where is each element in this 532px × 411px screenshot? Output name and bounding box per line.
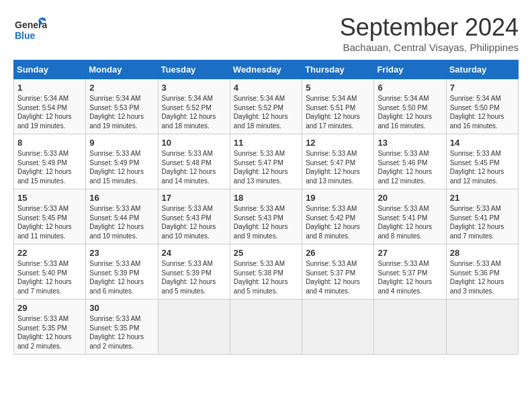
day-info: Sunrise: 5:33 AMSunset: 5:39 PMDaylight:… bbox=[162, 259, 226, 295]
day-info: Sunrise: 5:33 AMSunset: 5:40 PMDaylight:… bbox=[17, 259, 82, 295]
day-info: Sunrise: 5:33 AMSunset: 5:35 PMDaylight:… bbox=[17, 314, 82, 351]
day-number: 10 bbox=[162, 138, 226, 148]
empty-cell bbox=[302, 300, 374, 355]
day-cell: 30Sunrise: 5:33 AMSunset: 5:35 PMDayligh… bbox=[86, 300, 158, 355]
day-number: 25 bbox=[234, 248, 298, 258]
svg-text:General: General bbox=[15, 19, 47, 30]
calendar-header-row: SundayMondayTuesdayWednesdayThursdayFrid… bbox=[14, 60, 519, 79]
svg-text:Blue: Blue bbox=[15, 30, 36, 41]
day-number: 11 bbox=[234, 138, 298, 148]
day-cell: 24Sunrise: 5:33 AMSunset: 5:39 PMDayligh… bbox=[158, 244, 230, 300]
day-number: 12 bbox=[306, 138, 370, 148]
day-cell: 2Sunrise: 5:34 AMSunset: 5:53 PMDaylight… bbox=[86, 79, 158, 134]
day-info: Sunrise: 5:34 AMSunset: 5:52 PMDaylight:… bbox=[234, 94, 298, 130]
column-header-thursday: Thursday bbox=[302, 60, 374, 79]
day-info: Sunrise: 5:33 AMSunset: 5:38 PMDaylight:… bbox=[234, 259, 298, 295]
calendar-week-row: 1Sunrise: 5:34 AMSunset: 5:54 PMDaylight… bbox=[14, 79, 519, 134]
day-info: Sunrise: 5:34 AMSunset: 5:53 PMDaylight:… bbox=[89, 94, 154, 130]
day-cell: 21Sunrise: 5:33 AMSunset: 5:41 PMDayligh… bbox=[446, 189, 518, 244]
calendar-week-row: 22Sunrise: 5:33 AMSunset: 5:40 PMDayligh… bbox=[14, 244, 519, 300]
day-number: 26 bbox=[306, 248, 370, 258]
day-number: 19 bbox=[306, 193, 370, 203]
day-cell: 25Sunrise: 5:33 AMSunset: 5:38 PMDayligh… bbox=[230, 244, 302, 300]
calendar-week-row: 8Sunrise: 5:33 AMSunset: 5:49 PMDaylight… bbox=[14, 134, 519, 189]
day-cell: 3Sunrise: 5:34 AMSunset: 5:52 PMDaylight… bbox=[158, 79, 230, 134]
day-info: Sunrise: 5:33 AMSunset: 5:41 PMDaylight:… bbox=[378, 204, 442, 240]
day-number: 15 bbox=[17, 193, 82, 203]
day-number: 8 bbox=[17, 138, 82, 148]
day-info: Sunrise: 5:34 AMSunset: 5:50 PMDaylight:… bbox=[378, 94, 442, 130]
day-cell: 26Sunrise: 5:33 AMSunset: 5:37 PMDayligh… bbox=[302, 244, 374, 300]
day-info: Sunrise: 5:33 AMSunset: 5:47 PMDaylight:… bbox=[306, 149, 370, 185]
day-info: Sunrise: 5:33 AMSunset: 5:36 PMDaylight:… bbox=[450, 259, 515, 295]
day-cell: 6Sunrise: 5:34 AMSunset: 5:50 PMDaylight… bbox=[374, 79, 446, 134]
day-cell: 7Sunrise: 5:34 AMSunset: 5:50 PMDaylight… bbox=[446, 79, 518, 134]
day-number: 20 bbox=[378, 193, 442, 203]
day-cell: 5Sunrise: 5:34 AMSunset: 5:51 PMDaylight… bbox=[302, 79, 374, 134]
month-title: September 2024 bbox=[340, 13, 519, 42]
day-cell: 17Sunrise: 5:33 AMSunset: 5:43 PMDayligh… bbox=[158, 189, 230, 244]
empty-cell bbox=[230, 300, 302, 355]
day-number: 7 bbox=[450, 83, 515, 93]
day-number: 29 bbox=[17, 303, 82, 313]
day-cell: 15Sunrise: 5:33 AMSunset: 5:45 PMDayligh… bbox=[14, 189, 86, 244]
day-number: 21 bbox=[450, 193, 515, 203]
day-cell: 23Sunrise: 5:33 AMSunset: 5:39 PMDayligh… bbox=[86, 244, 158, 300]
day-info: Sunrise: 5:33 AMSunset: 5:35 PMDaylight:… bbox=[89, 314, 154, 351]
empty-cell bbox=[158, 300, 230, 355]
day-info: Sunrise: 5:33 AMSunset: 5:47 PMDaylight:… bbox=[234, 149, 298, 185]
day-info: Sunrise: 5:33 AMSunset: 5:49 PMDaylight:… bbox=[17, 149, 82, 185]
column-header-saturday: Saturday bbox=[446, 60, 518, 79]
day-number: 18 bbox=[234, 193, 298, 203]
day-info: Sunrise: 5:33 AMSunset: 5:39 PMDaylight:… bbox=[89, 259, 154, 295]
day-number: 24 bbox=[162, 248, 226, 258]
day-info: Sunrise: 5:33 AMSunset: 5:43 PMDaylight:… bbox=[162, 204, 226, 240]
title-area: September 2024 Bachauan, Central Visayas… bbox=[340, 13, 519, 53]
calendar-week-row: 15Sunrise: 5:33 AMSunset: 5:45 PMDayligh… bbox=[14, 189, 519, 244]
day-number: 5 bbox=[306, 83, 370, 93]
column-header-wednesday: Wednesday bbox=[230, 60, 302, 79]
empty-cell bbox=[446, 300, 518, 355]
logo: General Blue bbox=[13, 13, 47, 50]
day-number: 28 bbox=[450, 248, 515, 258]
day-info: Sunrise: 5:33 AMSunset: 5:42 PMDaylight:… bbox=[306, 204, 370, 240]
day-cell: 14Sunrise: 5:33 AMSunset: 5:45 PMDayligh… bbox=[446, 134, 518, 189]
day-info: Sunrise: 5:33 AMSunset: 5:37 PMDaylight:… bbox=[378, 259, 442, 295]
day-cell: 29Sunrise: 5:33 AMSunset: 5:35 PMDayligh… bbox=[14, 300, 86, 355]
day-cell: 9Sunrise: 5:33 AMSunset: 5:49 PMDaylight… bbox=[86, 134, 158, 189]
day-number: 23 bbox=[89, 248, 154, 258]
day-info: Sunrise: 5:34 AMSunset: 5:50 PMDaylight:… bbox=[450, 94, 515, 130]
day-number: 30 bbox=[89, 303, 154, 313]
calendar-table: SundayMondayTuesdayWednesdayThursdayFrid… bbox=[13, 60, 519, 355]
day-info: Sunrise: 5:33 AMSunset: 5:48 PMDaylight:… bbox=[162, 149, 226, 185]
day-cell: 10Sunrise: 5:33 AMSunset: 5:48 PMDayligh… bbox=[158, 134, 230, 189]
day-cell: 4Sunrise: 5:34 AMSunset: 5:52 PMDaylight… bbox=[230, 79, 302, 134]
column-header-tuesday: Tuesday bbox=[158, 60, 230, 79]
day-number: 3 bbox=[162, 83, 226, 93]
day-cell: 19Sunrise: 5:33 AMSunset: 5:42 PMDayligh… bbox=[302, 189, 374, 244]
logo-icon: General Blue bbox=[13, 13, 47, 47]
day-info: Sunrise: 5:33 AMSunset: 5:49 PMDaylight:… bbox=[89, 149, 154, 185]
day-number: 1 bbox=[17, 83, 82, 93]
day-number: 9 bbox=[89, 138, 154, 148]
day-info: Sunrise: 5:33 AMSunset: 5:45 PMDaylight:… bbox=[17, 204, 82, 240]
day-info: Sunrise: 5:34 AMSunset: 5:54 PMDaylight:… bbox=[17, 94, 82, 130]
day-info: Sunrise: 5:33 AMSunset: 5:45 PMDaylight:… bbox=[450, 149, 515, 185]
day-cell: 11Sunrise: 5:33 AMSunset: 5:47 PMDayligh… bbox=[230, 134, 302, 189]
day-cell: 28Sunrise: 5:33 AMSunset: 5:36 PMDayligh… bbox=[446, 244, 518, 300]
day-number: 14 bbox=[450, 138, 515, 148]
calendar-week-row: 29Sunrise: 5:33 AMSunset: 5:35 PMDayligh… bbox=[14, 300, 519, 355]
day-cell: 18Sunrise: 5:33 AMSunset: 5:43 PMDayligh… bbox=[230, 189, 302, 244]
day-number: 17 bbox=[162, 193, 226, 203]
day-cell: 16Sunrise: 5:33 AMSunset: 5:44 PMDayligh… bbox=[86, 189, 158, 244]
day-cell: 27Sunrise: 5:33 AMSunset: 5:37 PMDayligh… bbox=[374, 244, 446, 300]
day-info: Sunrise: 5:33 AMSunset: 5:37 PMDaylight:… bbox=[306, 259, 370, 295]
day-number: 16 bbox=[89, 193, 154, 203]
day-info: Sunrise: 5:33 AMSunset: 5:41 PMDaylight:… bbox=[450, 204, 515, 240]
column-header-friday: Friday bbox=[374, 60, 446, 79]
day-number: 22 bbox=[17, 248, 82, 258]
day-info: Sunrise: 5:34 AMSunset: 5:51 PMDaylight:… bbox=[306, 94, 370, 130]
day-number: 6 bbox=[378, 83, 442, 93]
column-header-sunday: Sunday bbox=[14, 60, 86, 79]
day-cell: 22Sunrise: 5:33 AMSunset: 5:40 PMDayligh… bbox=[14, 244, 86, 300]
